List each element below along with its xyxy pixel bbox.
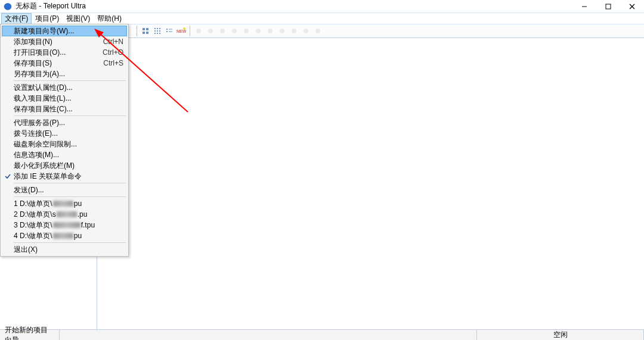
- menu-save-project[interactable]: 保存项目(S) Ctrl+S: [2, 58, 127, 68]
- toolbar-disabled-10: [301, 26, 311, 36]
- status-spacer: [60, 330, 477, 340]
- maximize-button[interactable]: [596, 0, 620, 13]
- svg-point-0: [4, 3, 11, 10]
- toolbar-new-icon[interactable]: NEW: [176, 26, 187, 36]
- svg-point-26: [220, 29, 225, 33]
- menu-help[interactable]: 帮助(H): [94, 13, 125, 24]
- menu-dialup-connection[interactable]: 拨号连接(E)...: [2, 128, 127, 139]
- menu-new-project-wizard[interactable]: 新建项目向导(W)...: [2, 26, 127, 36]
- svg-rect-9: [154, 28, 156, 29]
- menu-proxy-server[interactable]: 代理服务器(P)...: [2, 117, 127, 128]
- svg-point-27: [232, 29, 237, 33]
- menu-recent-4[interactable]: 4 D:\做单页\pu: [2, 230, 127, 241]
- svg-point-30: [268, 29, 273, 33]
- svg-rect-11: [159, 28, 160, 29]
- obscured-text: [53, 233, 73, 239]
- menu-info-options[interactable]: 信息选项(M)...: [2, 149, 127, 160]
- toolbar-small-icons[interactable]: [152, 26, 163, 36]
- menu-separator: [14, 196, 126, 197]
- menu-file[interactable]: 文件(F): [1, 13, 32, 24]
- app-icon: [4, 2, 12, 11]
- menu-recent-1[interactable]: 1 D:\做单页\pu: [2, 198, 127, 209]
- svg-point-34: [315, 29, 320, 33]
- toolbar-disabled-7: [265, 26, 275, 36]
- menu-separator: [14, 80, 126, 81]
- svg-point-23: [183, 27, 185, 30]
- toolbar-separator: [137, 26, 137, 36]
- menu-view[interactable]: 视图(V): [63, 13, 94, 24]
- checkmark-icon: [4, 173, 11, 180]
- right-list-pane[interactable]: [97, 38, 644, 329]
- status-idle: 空闲: [477, 330, 644, 340]
- svg-point-25: [208, 29, 213, 33]
- obscured-text: [53, 222, 80, 228]
- menu-load-project-props[interactable]: 载入项目属性(L)...: [2, 93, 127, 104]
- menu-separator: [14, 116, 126, 116]
- toolbar-disabled-8: [277, 26, 287, 36]
- svg-rect-15: [154, 33, 156, 34]
- menu-recent-2[interactable]: 2 D:\做单页\s.pu: [2, 209, 127, 220]
- svg-rect-5: [143, 28, 145, 30]
- svg-rect-14: [159, 30, 160, 32]
- svg-rect-18: [166, 29, 168, 30]
- toolbar-disabled-6: [253, 26, 264, 36]
- svg-rect-10: [157, 28, 158, 29]
- svg-point-28: [244, 29, 249, 33]
- menu-open-old-project[interactable]: 打开旧项目(O)... Ctrl+O: [2, 47, 127, 58]
- minimize-button[interactable]: [572, 0, 596, 13]
- menu-send[interactable]: 发送(D)...: [2, 185, 127, 195]
- menu-set-default-props[interactable]: 设置默认属性(D)...: [2, 82, 127, 93]
- menu-add-item[interactable]: 添加项目(N) Ctrl+N: [2, 36, 127, 47]
- svg-rect-6: [146, 28, 148, 30]
- svg-rect-2: [606, 4, 611, 9]
- menu-exit[interactable]: 退出(X): [2, 244, 127, 255]
- obscured-text: [57, 211, 77, 217]
- toolbar-disabled-9: [289, 26, 299, 36]
- svg-text:NEW: NEW: [177, 29, 186, 33]
- statusbar: 开始新的项目向导 空闲: [0, 329, 644, 340]
- toolbar-disabled-2: [205, 26, 216, 36]
- menubar: 文件(F) 项目(P) 视图(V) 帮助(H): [0, 13, 644, 24]
- toolbar-disabled-4: [229, 26, 240, 36]
- toolbar-list-icon[interactable]: [164, 26, 175, 36]
- svg-rect-16: [157, 33, 158, 34]
- menu-save-project-as[interactable]: 另存项目为(A)...: [2, 68, 127, 79]
- toolbar-separator: [190, 26, 190, 36]
- svg-point-24: [196, 29, 201, 33]
- file-menu-dropdown: 新建项目向导(W)... 添加项目(N) Ctrl+N 打开旧项目(O)... …: [0, 24, 129, 257]
- menu-recent-3[interactable]: 3 D:\做单页\f.tpu: [2, 220, 127, 230]
- toolbar-disabled-3: [217, 26, 228, 36]
- toolbar-disabled-11: [312, 26, 323, 36]
- window-title: 无标题 - Teleport Ultra: [16, 1, 86, 11]
- menu-separator: [14, 183, 126, 183]
- menu-separator: [14, 242, 126, 243]
- status-hint: 开始新的项目向导: [0, 330, 60, 340]
- svg-rect-17: [159, 33, 160, 34]
- svg-rect-13: [157, 30, 158, 32]
- toolbar-large-icons[interactable]: [140, 26, 151, 36]
- close-button[interactable]: [620, 0, 644, 13]
- titlebar: 无标题 - Teleport Ultra: [0, 0, 644, 13]
- svg-point-32: [292, 29, 296, 33]
- toolbar-disabled-1: [193, 26, 204, 36]
- menu-minimize-to-tray[interactable]: 最小化到系统栏(M): [2, 160, 127, 171]
- svg-point-29: [256, 29, 261, 33]
- menu-disk-space-limit[interactable]: 磁盘剩余空间限制...: [2, 139, 127, 149]
- svg-rect-12: [154, 30, 156, 32]
- svg-rect-7: [143, 32, 145, 34]
- svg-point-31: [280, 29, 284, 33]
- menu-save-project-props[interactable]: 保存项目属性(C)...: [2, 104, 127, 114]
- svg-point-33: [304, 29, 308, 33]
- window-controls: [572, 0, 644, 13]
- obscured-text: [53, 201, 73, 207]
- menu-project[interactable]: 项目(P): [32, 13, 63, 24]
- svg-rect-20: [166, 31, 168, 32]
- menu-add-ie-context[interactable]: 添加 IE 关联菜单命令: [2, 171, 127, 182]
- svg-rect-8: [146, 32, 148, 34]
- toolbar-disabled-5: [241, 26, 252, 36]
